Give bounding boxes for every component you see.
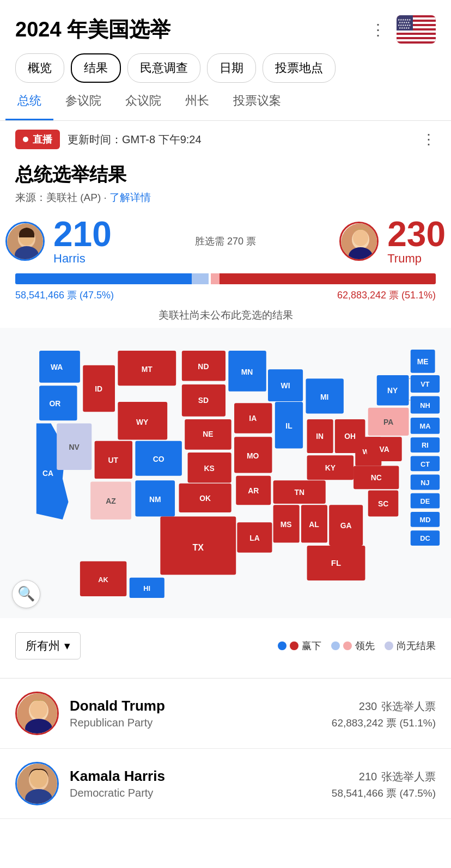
- tab-polling[interactable]: 民意调查: [127, 53, 200, 83]
- svg-text:ID: ID: [95, 384, 102, 393]
- trump-electoral-count: 230 张选举人票: [332, 696, 436, 714]
- svg-text:TN: TN: [294, 488, 304, 497]
- trump-list-info: Donald Trump Republican Party: [70, 698, 321, 729]
- legend-lead: 领先: [331, 639, 375, 652]
- map-zoom-button[interactable]: 🔍: [12, 580, 40, 608]
- svg-text:NV: NV: [69, 443, 80, 451]
- svg-rect-4: [397, 30, 436, 33]
- svg-text:NJ: NJ: [420, 479, 429, 487]
- svg-text:MO: MO: [247, 451, 259, 460]
- harris-side: 210 Harris: [5, 217, 112, 266]
- vote-progress-bar: [15, 273, 436, 284]
- vote-counts-row: 58,541,466 票 (47.5%) 62,883,242 票 (51.1%…: [0, 289, 451, 302]
- svg-text:ND: ND: [198, 362, 209, 371]
- live-bar: 直播 更新时间：GMT-8 下午9:24 ⋮: [0, 121, 451, 158]
- svg-text:UT: UT: [108, 456, 119, 464]
- state-select-label: 所有州: [26, 638, 60, 653]
- svg-text:VT: VT: [420, 380, 430, 388]
- us-map-container: WA OR CA ID MT ND MN WY SD: [0, 328, 451, 618]
- legend-items: 赢下 领先 尚无结果: [278, 639, 436, 652]
- legend-win: 赢下: [278, 639, 321, 652]
- sub-tab-ballot[interactable]: 投票议案: [221, 83, 293, 120]
- svg-text:ME: ME: [417, 357, 429, 366]
- svg-text:★★★★★: ★★★★★: [399, 26, 410, 29]
- svg-text:OK: OK: [199, 494, 211, 503]
- svg-text:OR: OR: [50, 399, 61, 408]
- svg-text:NE: NE: [203, 430, 213, 438]
- legend-gray-dot: [385, 641, 393, 650]
- svg-text:MN: MN: [241, 368, 253, 376]
- sub-tab-senate[interactable]: 参议院: [53, 83, 113, 120]
- legend-light-red-dot: [343, 641, 352, 650]
- main-tabs: 概览 结果 民意调查 日期 投票地点: [0, 44, 451, 83]
- svg-text:NY: NY: [387, 386, 398, 395]
- not-called-label: 美联社尚未公布此竞选的结果: [0, 308, 451, 322]
- legend-win-label: 赢下: [302, 639, 321, 652]
- svg-text:MT: MT: [142, 365, 153, 374]
- svg-text:IA: IA: [249, 414, 257, 423]
- legend-no-result: 尚无结果: [385, 639, 436, 652]
- svg-text:AR: AR: [248, 486, 259, 495]
- svg-text:RI: RI: [422, 441, 429, 449]
- svg-text:IL: IL: [285, 421, 292, 430]
- svg-rect-6: [397, 39, 436, 41]
- result-source: 来源：美联社 (AP) · 了解详情: [15, 191, 436, 205]
- svg-text:KS: KS: [204, 464, 214, 473]
- tab-dates[interactable]: 日期: [207, 53, 256, 83]
- svg-text:AL: AL: [309, 520, 319, 529]
- svg-text:AK: AK: [98, 576, 108, 584]
- svg-text:MI: MI: [320, 393, 328, 401]
- svg-point-128: [30, 700, 47, 719]
- candidates-row: 210 Harris 胜选需 270 票 230 Trump: [0, 217, 451, 266]
- harris-list-results: 210 张选举人票 58,541,466 票 (47.5%): [332, 767, 436, 800]
- harris-electoral-count: 210 张选举人票: [332, 767, 436, 784]
- page-header: 2024 年美国选举 ⋮ ★★★★★★ ★★★★★ ★★★★★★ ★★★★★: [0, 0, 451, 44]
- live-dot: [23, 137, 28, 142]
- bar-trump-won: [220, 273, 436, 284]
- sub-tab-governor[interactable]: 州长: [173, 83, 221, 120]
- candidate-trump-row: Donald Trump Republican Party 230 张选举人票 …: [0, 678, 451, 749]
- sub-tab-president[interactable]: 总统: [5, 83, 53, 120]
- svg-text:OH: OH: [344, 432, 356, 441]
- learn-more-link[interactable]: 了解详情: [109, 192, 151, 203]
- svg-text:CA: CA: [42, 469, 53, 478]
- svg-text:AZ: AZ: [106, 497, 116, 505]
- legend-blue-dot: [278, 641, 287, 650]
- trump-avatar: [339, 222, 379, 261]
- svg-text:NH: NH: [420, 401, 430, 409]
- trump-popular-count: 62,883,242 票 (51.1%): [332, 716, 436, 730]
- tab-overview[interactable]: 概览: [15, 53, 64, 83]
- live-badge: 直播: [15, 130, 60, 149]
- sub-tab-house[interactable]: 众议院: [113, 83, 173, 120]
- trump-popular: 62,883,242 票 (51.1%): [337, 289, 436, 302]
- tab-results[interactable]: 结果: [71, 53, 121, 83]
- legend-red-dot: [290, 641, 298, 650]
- result-title: 总统选举结果: [15, 162, 436, 187]
- bar-trump-lead: [211, 273, 219, 284]
- live-more-icon[interactable]: ⋮: [422, 131, 436, 148]
- trump-list-name: Donald Trump: [70, 698, 321, 714]
- svg-rect-5: [397, 35, 436, 37]
- more-icon[interactable]: ⋮: [370, 21, 387, 39]
- svg-text:SC: SC: [378, 499, 388, 508]
- svg-text:WI: WI: [281, 381, 290, 390]
- bar-harris-lead: [192, 273, 209, 284]
- tab-polling-places[interactable]: 投票地点: [263, 53, 336, 83]
- svg-text:CO: CO: [153, 455, 164, 463]
- zoom-icon: 🔍: [17, 585, 35, 602]
- legend-light-blue-dot: [331, 641, 340, 650]
- harris-popular: 58,541,466 票 (47.5%): [15, 289, 114, 302]
- svg-point-19: [353, 230, 368, 246]
- svg-text:PA: PA: [383, 418, 393, 426]
- svg-text:VA: VA: [380, 445, 389, 454]
- trump-list-party: Republican Party: [70, 717, 321, 729]
- svg-text:WY: WY: [136, 418, 149, 426]
- svg-text:CT: CT: [420, 460, 430, 468]
- header-right: ⋮ ★★★★★★ ★★★★★ ★★★★★★ ★★★★★: [370, 15, 436, 44]
- svg-text:IN: IN: [316, 432, 324, 441]
- svg-text:LA: LA: [249, 534, 260, 542]
- svg-point-132: [30, 769, 47, 788]
- svg-text:SD: SD: [198, 396, 209, 405]
- svg-text:NM: NM: [149, 495, 161, 504]
- state-select-button[interactable]: 所有州 ▾: [15, 632, 81, 659]
